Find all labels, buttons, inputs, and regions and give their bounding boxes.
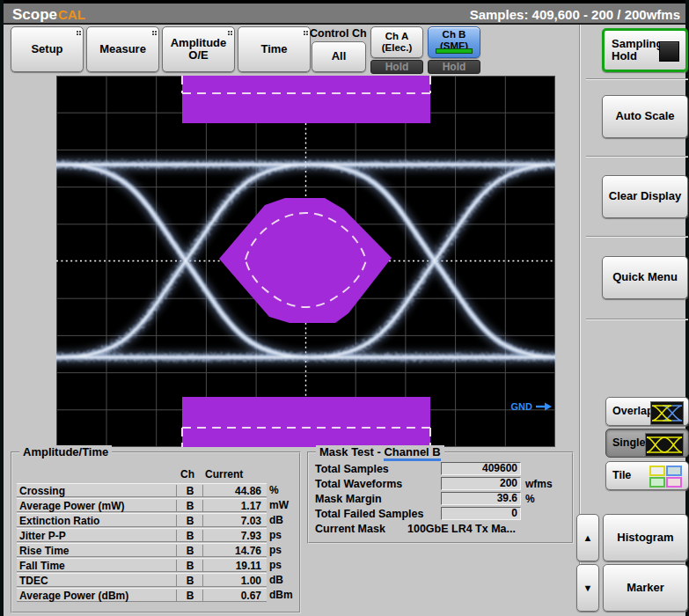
mask-stat-value: 39.6 [441, 492, 521, 505]
mask-stat-value: 0 [441, 507, 521, 520]
setup-label: Setup [31, 43, 62, 55]
overlap-label: Overlap [612, 406, 654, 418]
sampling-hold-label-1: Sampling [612, 38, 663, 50]
overlap-view-button[interactable]: Overlap [605, 397, 689, 426]
mask-stat-value: 409600 [441, 462, 521, 475]
measurement-value: 7.93 [202, 530, 264, 542]
table-row: Rise Time B 14.76 [17, 543, 267, 557]
current-mask-value: 100GbE LR4 Tx Ma... [407, 523, 516, 535]
auto-scale-button[interactable]: Auto Scale [602, 95, 688, 138]
separator [586, 78, 688, 80]
time-button[interactable]: Time [238, 26, 311, 72]
eye-diagram: GND [56, 76, 555, 447]
single-view-button[interactable]: Single [605, 429, 689, 458]
channel-b-button[interactable]: Ch B (SMF) [428, 26, 480, 58]
mask-test-panel: Mask Test - Channel B Total Samples 4096… [307, 451, 574, 544]
tile-view-button[interactable]: Tile [605, 461, 689, 490]
separator [586, 319, 688, 320]
clear-display-label: Clear Display [609, 190, 681, 202]
column-header-ch: Ch [176, 468, 199, 480]
histogram-button[interactable]: Histogram [603, 514, 688, 561]
sampling-hold-led-icon [659, 41, 679, 62]
measurement-value: 0.67 [202, 590, 264, 602]
measurement-label: Rise Time [19, 545, 69, 557]
mask-top-region [182, 76, 430, 123]
app-title: Scope [12, 6, 57, 24]
sampling-hold-label-2: Hold [612, 50, 637, 62]
measurement-label: TDEC [19, 575, 48, 587]
measurement-value: 44.86 [202, 485, 264, 497]
time-label: Time [260, 43, 287, 55]
mask-stat-label: Total Samples [315, 463, 389, 475]
measurement-unit: ps [269, 529, 282, 541]
measurement-value: 14.76 [202, 545, 264, 557]
channel-b-hold-button[interactable]: Hold [428, 60, 480, 74]
measurement-value: 1.00 [202, 575, 264, 587]
samples-readout: Samples: 409,600 - 200 / 200wfms [470, 7, 680, 22]
down-arrow-icon: ▼ [583, 583, 593, 593]
tile-quadrants-icon [649, 466, 683, 488]
marker-button[interactable]: Marker [603, 564, 688, 612]
measurement-channel: B [176, 575, 203, 587]
grip-icon [152, 31, 154, 33]
table-row: Average Power (dBm) B 0.67 [17, 588, 267, 602]
table-row: Crossing B 44.86 [17, 483, 267, 497]
gnd-arrow-icon [545, 403, 552, 411]
mask-bottom-region [182, 397, 430, 447]
control-ch-all-button[interactable]: All [312, 41, 366, 72]
table-row: TDEC B 1.00 [17, 573, 267, 587]
amplitude-time-title: Amplitude/Time [19, 445, 112, 458]
scroll-down-button[interactable]: ▼ [576, 564, 599, 612]
scope-window: Scope CAL Samples: 409,600 - 200 / 200wf… [0, 0, 689, 616]
mask-stat-label: Total Waveforms [315, 478, 402, 490]
scroll-up-button[interactable]: ▲ [576, 514, 599, 561]
mask-stat-unit: % [525, 493, 535, 505]
hold-b-label: Hold [443, 61, 466, 73]
mask-center-hexagon [219, 198, 392, 323]
tile-label: Tile [612, 470, 631, 482]
measurement-unit: ps [269, 559, 282, 571]
measurement-channel: B [176, 500, 203, 512]
measurement-value: 19.11 [202, 560, 264, 572]
mask-test-title: Mask Test - Channel B [316, 445, 444, 458]
measurement-unit: dB [269, 574, 283, 586]
overlap-eyes-icon [650, 401, 684, 425]
gnd-label: GND [511, 401, 533, 412]
mask-test-channel: Channel B [384, 445, 440, 461]
measurement-channel: B [176, 530, 203, 542]
mask-stat-label: Mask Margin [315, 493, 382, 505]
column-header-current: Current [205, 468, 243, 480]
table-row: Jitter P-P B 7.93 [17, 528, 267, 542]
quick-menu-button[interactable]: Quick Menu [602, 256, 688, 299]
quick-menu-label: Quick Menu [612, 271, 678, 283]
measurement-label: Fall Time [19, 560, 65, 572]
clear-display-button[interactable]: Clear Display [602, 175, 688, 218]
mask-stat-unit: wfms [525, 478, 553, 490]
measurement-label: Average Power (mW) [19, 500, 125, 512]
measurement-label: Extinction Ratio [19, 515, 99, 527]
waveform-display: GND [56, 76, 555, 447]
up-arrow-icon: ▲ [583, 532, 593, 543]
measure-label: Measure [99, 43, 146, 55]
amplitude-oe-label-1: Amplitude [171, 37, 227, 49]
ch-a-label-2: (Elec.) [382, 42, 413, 54]
control-ch-label: Control Ch [310, 27, 367, 40]
amplitude-oe-button[interactable]: Amplitude O/E [162, 26, 235, 72]
setup-button[interactable]: Setup [11, 26, 84, 72]
grip-icon [77, 31, 78, 33]
separator [586, 156, 688, 158]
amplitude-oe-label-2: O/E [188, 49, 208, 62]
sampling-hold-button[interactable]: Sampling Hold [602, 28, 688, 72]
measurement-label: Average Power (dBm) [19, 590, 128, 602]
measure-button[interactable]: Measure [86, 26, 159, 72]
measurement-channel: B [176, 485, 203, 497]
current-mask-label: Current Mask [315, 523, 385, 535]
measurement-label: Jitter P-P [19, 530, 66, 542]
mask-test-title-prefix: Mask Test - [319, 445, 384, 458]
table-row: Average Power (mW) B 1.17 [17, 498, 267, 512]
measurement-channel: B [176, 515, 203, 527]
histogram-label: Histogram [617, 532, 673, 544]
channel-a-hold-button[interactable]: Hold [370, 60, 423, 74]
mask-stat-value: 200 [441, 477, 521, 490]
channel-a-button[interactable]: Ch A (Elec.) [370, 26, 423, 58]
